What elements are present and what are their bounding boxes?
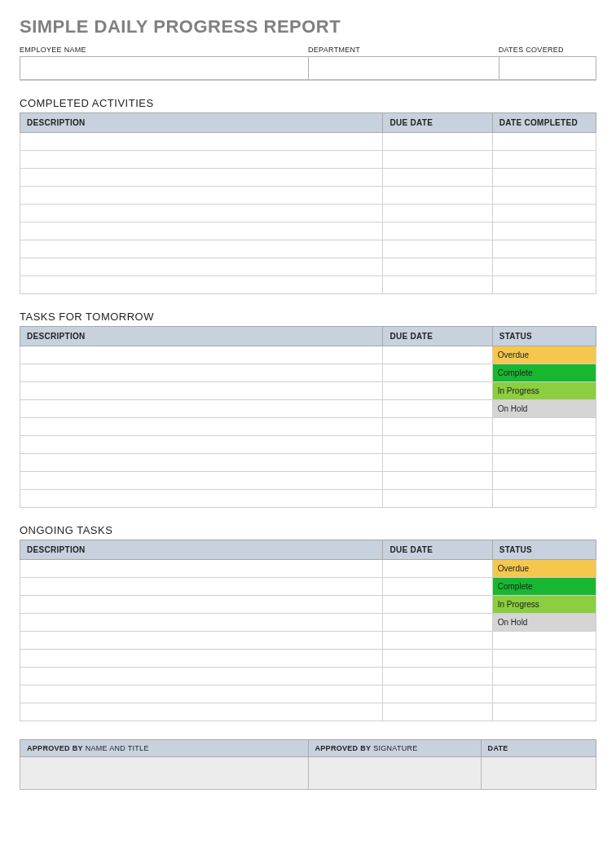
- table-row: On Hold: [20, 400, 596, 418]
- completed-date-cell[interactable]: [492, 223, 596, 240]
- approval-date-input[interactable]: [481, 757, 596, 790]
- dates-covered-input[interactable]: [499, 57, 596, 79]
- ongoing-status-cell[interactable]: [492, 703, 596, 721]
- tomorrow-due-cell[interactable]: [383, 454, 492, 472]
- completed-date-cell[interactable]: [492, 205, 596, 223]
- completed-description-cell[interactable]: [20, 187, 383, 205]
- completed-description-cell[interactable]: [20, 240, 383, 258]
- completed-due-cell[interactable]: [383, 133, 492, 151]
- ongoing-description-cell[interactable]: [20, 614, 383, 632]
- ongoing-description-cell[interactable]: [20, 650, 383, 668]
- tomorrow-due-cell[interactable]: [383, 400, 492, 418]
- tomorrow-status-cell[interactable]: [492, 454, 596, 472]
- completed-date-cell[interactable]: [492, 276, 596, 294]
- tomorrow-description-cell[interactable]: [20, 382, 383, 400]
- table-row: Complete: [20, 578, 596, 596]
- ongoing-due-cell[interactable]: [383, 560, 492, 578]
- ongoing-status-cell[interactable]: Overdue: [492, 560, 596, 578]
- tomorrow-status-cell[interactable]: In Progress: [492, 382, 596, 400]
- department-input[interactable]: [308, 57, 499, 79]
- ongoing-description-cell[interactable]: [20, 578, 383, 596]
- completed-due-cell[interactable]: [383, 151, 492, 169]
- completed-date-cell[interactable]: [492, 187, 596, 205]
- tomorrow-description-cell[interactable]: [20, 400, 383, 418]
- tomorrow-due-cell[interactable]: [383, 490, 492, 508]
- tomorrow-description-cell[interactable]: [20, 472, 383, 490]
- table-row: [20, 151, 596, 169]
- approval-header-a-bold: APPROVED BY: [27, 744, 83, 752]
- completed-due-cell[interactable]: [383, 205, 492, 223]
- completed-date-cell[interactable]: [492, 258, 596, 276]
- completed-date-cell[interactable]: [492, 151, 596, 169]
- completed-description-cell[interactable]: [20, 258, 383, 276]
- ongoing-status-cell[interactable]: [492, 650, 596, 668]
- completed-due-cell[interactable]: [383, 223, 492, 240]
- ongoing-status-cell[interactable]: [492, 632, 596, 650]
- table-row: [20, 133, 596, 151]
- tomorrow-due-cell[interactable]: [383, 436, 492, 454]
- tomorrow-description-cell[interactable]: [20, 364, 383, 382]
- completed-date-cell[interactable]: [492, 240, 596, 258]
- ongoing-status-cell[interactable]: [492, 685, 596, 703]
- completed-due-cell[interactable]: [383, 258, 492, 276]
- ongoing-description-cell[interactable]: [20, 668, 383, 685]
- ongoing-due-cell[interactable]: [383, 596, 492, 614]
- tomorrow-description-cell[interactable]: [20, 346, 383, 364]
- tomorrow-status-cell[interactable]: On Hold: [492, 400, 596, 418]
- tomorrow-description-cell[interactable]: [20, 490, 383, 508]
- ongoing-description-cell[interactable]: [20, 632, 383, 650]
- ongoing-due-cell[interactable]: [383, 703, 492, 721]
- tomorrow-description-cell[interactable]: [20, 418, 383, 436]
- completed-header-due: DUE DATE: [383, 113, 492, 133]
- ongoing-due-cell[interactable]: [383, 578, 492, 596]
- tomorrow-due-cell[interactable]: [383, 382, 492, 400]
- completed-date-cell[interactable]: [492, 169, 596, 187]
- completed-description-cell[interactable]: [20, 133, 383, 151]
- ongoing-description-cell[interactable]: [20, 596, 383, 614]
- tomorrow-status-cell[interactable]: [492, 436, 596, 454]
- tomorrow-due-cell[interactable]: [383, 418, 492, 436]
- tomorrow-due-cell[interactable]: [383, 472, 492, 490]
- ongoing-due-cell[interactable]: [383, 614, 492, 632]
- ongoing-description-cell[interactable]: [20, 685, 383, 703]
- ongoing-status-cell[interactable]: Complete: [492, 578, 596, 596]
- approval-signature-input[interactable]: [308, 757, 481, 790]
- completed-description-cell[interactable]: [20, 276, 383, 294]
- completed-description-cell[interactable]: [20, 169, 383, 187]
- completed-due-cell[interactable]: [383, 169, 492, 187]
- ongoing-status-cell[interactable]: [492, 668, 596, 685]
- completed-due-cell[interactable]: [383, 240, 492, 258]
- tomorrow-due-cell[interactable]: [383, 346, 492, 364]
- ongoing-description-cell[interactable]: [20, 560, 383, 578]
- ongoing-description-cell[interactable]: [20, 703, 383, 721]
- ongoing-header-due: DUE DATE: [383, 540, 492, 560]
- tomorrow-status-cell[interactable]: [492, 472, 596, 490]
- tomorrow-status-cell[interactable]: [492, 490, 596, 508]
- ongoing-due-cell[interactable]: [383, 650, 492, 668]
- table-row: In Progress: [20, 596, 596, 614]
- tomorrow-due-cell[interactable]: [383, 364, 492, 382]
- tomorrow-status-cell[interactable]: Complete: [492, 364, 596, 382]
- tomorrow-description-cell[interactable]: [20, 454, 383, 472]
- completed-description-cell[interactable]: [20, 223, 383, 240]
- tomorrow-description-cell[interactable]: [20, 436, 383, 454]
- ongoing-status-cell[interactable]: In Progress: [492, 596, 596, 614]
- employee-name-input[interactable]: [20, 57, 308, 79]
- tomorrow-status-cell[interactable]: [492, 418, 596, 436]
- table-row: Overdue: [20, 560, 596, 578]
- completed-due-cell[interactable]: [383, 187, 492, 205]
- approval-name-title-input[interactable]: [20, 757, 309, 790]
- tomorrow-status-cell[interactable]: Overdue: [492, 346, 596, 364]
- ongoing-due-cell[interactable]: [383, 632, 492, 650]
- ongoing-due-cell[interactable]: [383, 668, 492, 685]
- employee-name-label: EMPLOYEE NAME: [20, 46, 308, 56]
- ongoing-status-cell[interactable]: On Hold: [492, 614, 596, 632]
- ongoing-header-description: DESCRIPTION: [20, 540, 383, 560]
- completed-due-cell[interactable]: [383, 276, 492, 294]
- table-row: Complete: [20, 364, 596, 382]
- ongoing-due-cell[interactable]: [383, 685, 492, 703]
- completed-description-cell[interactable]: [20, 205, 383, 223]
- tasks-tomorrow-heading: TASKS FOR TOMORROW: [20, 311, 596, 323]
- completed-date-cell[interactable]: [492, 133, 596, 151]
- completed-description-cell[interactable]: [20, 151, 383, 169]
